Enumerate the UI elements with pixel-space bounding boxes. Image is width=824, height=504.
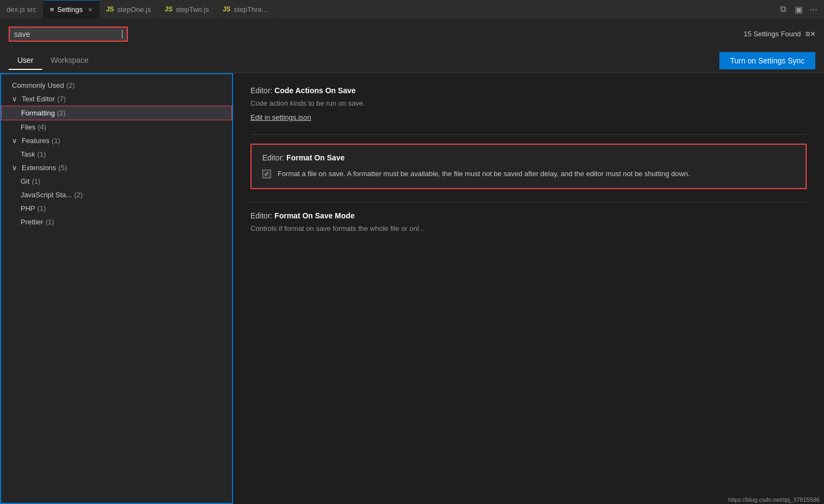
chevron-down-icon-features: ∨ [12,137,17,145]
git-count: (1) [32,177,41,185]
clear-search-icon[interactable]: ≡× [805,29,815,39]
sidebar-item-javascript-sta[interactable]: JavaScript Sta... (2) [1,188,232,202]
git-label: Git [21,177,30,185]
commonly-used-label: Commonly Used [12,81,64,89]
search-bar: 15 Settings Found ≡× [0,19,824,49]
prettier-count: (1) [46,218,54,226]
task-label: Task [21,150,35,158]
setting-code-actions-on-save: Editor: Code Actions On Save Code action… [250,86,807,121]
text-cursor [122,30,123,38]
status-url: https://blog.csdn.net/qq_37815596 [728,496,820,503]
format-on-save-title: Editor: Format On Save [262,153,795,162]
extensions-label: Extensions [22,164,56,172]
sidebar-item-features[interactable]: ∨ Features (1) [1,134,232,147]
sidebar-item-php[interactable]: PHP (1) [1,202,232,215]
sidebar-item-commonly-used[interactable]: Commonly Used (2) [1,79,232,92]
format-on-save-box: Editor: Format On Save ✓ Format a file o… [250,144,807,190]
extensions-count: (5) [59,164,67,172]
php-label: PHP [21,204,35,212]
settings-nav: User Workspace Turn on Settings Sync [0,49,824,73]
status-bar: https://blog.csdn.net/qq_37815596 [724,495,824,504]
formatting-count: (2) [57,109,66,117]
code-actions-description: Code action kinds to be run on save. [250,98,807,109]
tab-stepone-label: stepOne.js [117,5,151,14]
format-on-save-title-bold: Format On Save [286,153,344,162]
task-count: (1) [37,150,46,158]
sync-button[interactable]: Turn on Settings Sync [719,52,815,69]
tab-user[interactable]: User [9,51,42,70]
checkmark-icon: ✓ [264,170,269,178]
tab-stepthree[interactable]: JS stepThre... [216,0,275,19]
edit-in-settings-json-link[interactable]: Edit in settings.json [250,113,311,121]
setting-format-on-save-mode: Editor: Format On Save Mode Controls if … [250,211,807,234]
commonly-used-count: (2) [66,81,75,89]
tab-stepthree-label: stepThre... [234,5,267,14]
format-on-save-mode-title-bold: Format On Save Mode [274,211,355,220]
tab-bar: dex.js src ≡ Settings × JS stepOne.js JS… [0,0,824,19]
settings-panel: Editor: Code Actions On Save Code action… [233,73,824,504]
tab-steptwo[interactable]: JS stepTwo.js [158,0,216,19]
tab-stepone[interactable]: JS stepOne.js [100,0,158,19]
format-on-save-label: Format a file on save. A formatter must … [278,169,690,180]
features-count: (1) [52,137,60,145]
main-content: Commonly Used (2) ∨ Text Editor (7) Form… [0,73,824,504]
text-editor-label: Text Editor [22,95,55,103]
prettier-label: Prettier [21,218,43,226]
format-on-save-checkbox-row: ✓ Format a file on save. A formatter mus… [262,169,795,180]
settings-icon: ≡ [50,5,54,14]
more-actions-icon[interactable]: ··· [809,4,817,15]
php-count: (1) [37,204,46,212]
sidebar-item-extensions[interactable]: ∨ Extensions (5) [1,161,232,175]
settings-found-area: 15 Settings Found ≡× [744,29,815,39]
sidebar-item-files[interactable]: Files (4) [1,120,232,134]
tab-workspace[interactable]: Workspace [42,51,98,70]
code-actions-title-bold: Code Actions On Save [274,86,356,95]
format-on-save-checkbox[interactable]: ✓ [262,170,271,178]
format-on-save-mode-description: Controls if format on save formats the w… [250,223,807,234]
search-input-wrapper[interactable] [9,27,128,42]
js-icon-stepone: JS [106,5,114,13]
js-icon-steptwo: JS [165,5,173,13]
nav-tabs: User Workspace [9,51,97,70]
tab-steptwo-label: stepTwo.js [176,5,209,14]
split-editor-icon[interactable]: ⧉ [778,2,788,16]
settings-found-count: 15 Settings Found [744,30,801,38]
sidebar-item-text-editor[interactable]: ∨ Text Editor (7) [1,92,232,106]
sidebar-item-formatting[interactable]: Formatting (2) [1,106,232,120]
javascript-sta-count: (2) [74,191,83,199]
chevron-down-icon: ∨ [12,95,17,103]
sidebar-item-task[interactable]: Task (1) [1,147,232,161]
tab-settings-label: Settings [57,5,83,14]
js-icon-stepthree: JS [223,5,231,13]
tab-index[interactable]: dex.js src [0,0,43,19]
toggle-sidebar-icon[interactable]: ▣ [793,2,805,17]
javascript-sta-label: JavaScript Sta... [21,191,72,199]
setting-divider-2 [250,202,807,203]
search-input[interactable] [14,30,121,38]
code-actions-title: Editor: Code Actions On Save [250,86,807,95]
features-label: Features [22,137,49,145]
files-label: Files [21,123,35,131]
chevron-down-icon-extensions: ∨ [12,164,17,172]
sidebar-item-git[interactable]: Git (1) [1,175,232,188]
tab-workspace-label: Workspace [51,56,89,64]
sidebar: Commonly Used (2) ∨ Text Editor (7) Form… [0,73,233,504]
format-on-save-checkbox-wrapper[interactable]: ✓ [262,170,271,178]
files-count: (4) [37,123,46,131]
text-editor-count: (7) [57,95,66,103]
formatting-label: Formatting [21,109,55,117]
format-on-save-mode-title: Editor: Format On Save Mode [250,211,807,220]
tab-close-button[interactable]: × [88,5,92,14]
tab-settings[interactable]: ≡ Settings × [43,0,100,19]
setting-divider-1 [250,134,807,135]
sidebar-item-prettier[interactable]: Prettier (1) [1,215,232,229]
tab-index-label: dex.js src [7,5,36,14]
tab-user-label: User [17,56,34,64]
tab-actions: ⧉ ▣ ··· [771,2,824,17]
